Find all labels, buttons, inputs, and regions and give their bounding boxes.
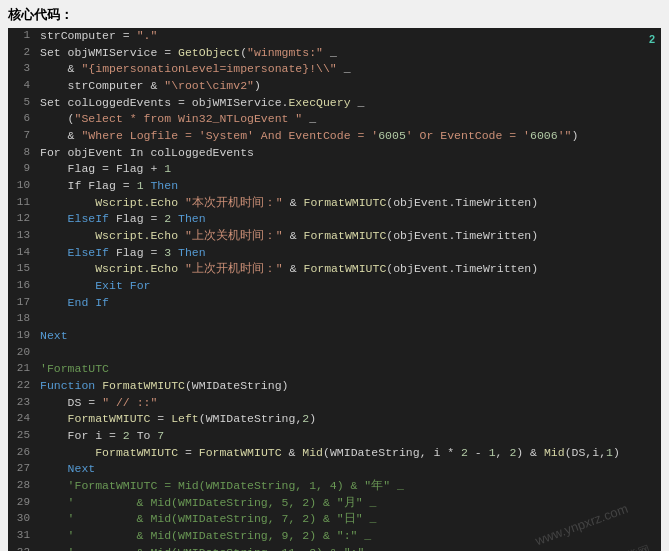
line-number: 25: [8, 428, 36, 445]
line-number: 4: [8, 78, 36, 95]
table-row: 15 Wscript.Echo "上次开机时间：" & FormatWMIUTC…: [8, 261, 661, 278]
code-table: 1strComputer = "."2Set objWMIService = G…: [8, 28, 661, 551]
line-code: Wscript.Echo "上次关机时间：" & FormatWMIUTC(ob…: [36, 228, 661, 245]
line-number: 21: [8, 361, 36, 378]
table-row: 5Set colLoggedEvents = objWMIService.Exe…: [8, 95, 661, 112]
line-code: Wscript.Echo "上次开机时间：" & FormatWMIUTC(ob…: [36, 261, 661, 278]
section-title: 核心代码：: [8, 6, 661, 24]
line-number: 23: [8, 395, 36, 412]
line-code: Next: [36, 461, 661, 478]
line-code: Function FormatWMIUTC(WMIDateString): [36, 378, 661, 395]
line-number: 15: [8, 261, 36, 278]
line-number: 14: [8, 245, 36, 262]
line-code: & "Where Logfile = 'System' And EventCod…: [36, 128, 661, 145]
table-row: 18: [8, 311, 661, 328]
table-row: 22Function FormatWMIUTC(WMIDateString): [8, 378, 661, 395]
table-row: 7 & "Where Logfile = 'System' And EventC…: [8, 128, 661, 145]
line-code: ' & Mid(WMIDateString, 7, 2) & "日" _: [36, 511, 661, 528]
line-code: strComputer & "\root\cimv2"): [36, 78, 661, 95]
table-row: 9 Flag = Flag + 1: [8, 161, 661, 178]
line-code: strComputer = ".": [36, 28, 661, 45]
table-row: 30 ' & Mid(WMIDateString, 7, 2) & "日" _: [8, 511, 661, 528]
line-number: 16: [8, 278, 36, 295]
line-code: Set colLoggedEvents = objWMIService.Exec…: [36, 95, 661, 112]
page-container: 核心代码： 2 www.ynpxrz.com 易货网 www.ynpxrz.co…: [0, 0, 669, 551]
line-code: ' & Mid(WMIDateString, 5, 2) & "月" _: [36, 495, 661, 512]
table-row: 10 If Flag = 1 Then: [8, 178, 661, 195]
line-code: ("Select * from Win32_NTLogEvent " _: [36, 111, 661, 128]
line-code: FormatWMIUTC = Left(WMIDateString,2): [36, 411, 661, 428]
line-code: Next: [36, 328, 661, 345]
line-number: 13: [8, 228, 36, 245]
line-code: [36, 345, 661, 362]
line-code: End If: [36, 295, 661, 312]
line-number: 24: [8, 411, 36, 428]
line-code: 'FormatUTC: [36, 361, 661, 378]
table-row: 1strComputer = ".": [8, 28, 661, 45]
line-number: 28: [8, 478, 36, 495]
line-code: FormatWMIUTC = FormatWMIUTC & Mid(WMIDat…: [36, 445, 661, 462]
table-row: 19Next: [8, 328, 661, 345]
code-block: 2 www.ynpxrz.com 易货网 www.ynpxrz.com 1str…: [8, 28, 661, 551]
line-number: 7: [8, 128, 36, 145]
line-number: 8: [8, 145, 36, 162]
line-number: 19: [8, 328, 36, 345]
line-code: ' & Mid(WMIDateString, 11, 2) & ":" _: [36, 545, 661, 551]
line-number: 12: [8, 211, 36, 228]
line-code: Flag = Flag + 1: [36, 161, 661, 178]
table-row: 4 strComputer & "\root\cimv2"): [8, 78, 661, 95]
table-row: 20: [8, 345, 661, 362]
table-row: 3 & "{impersonationLevel=impersonate}!\\…: [8, 61, 661, 78]
line-number: 32: [8, 545, 36, 551]
table-row: 6 ("Select * from Win32_NTLogEvent " _: [8, 111, 661, 128]
table-row: 25 For i = 2 To 7: [8, 428, 661, 445]
line-code: ' & Mid(WMIDateString, 9, 2) & ":" _: [36, 528, 661, 545]
table-row: 2Set objWMIService = GetObject("winmgmts…: [8, 45, 661, 62]
line-number: 18: [8, 311, 36, 328]
line-code: For objEvent In colLoggedEvents: [36, 145, 661, 162]
line-number: 3: [8, 61, 36, 78]
line-code: Exit For: [36, 278, 661, 295]
line-number: 27: [8, 461, 36, 478]
table-row: 14 ElseIf Flag = 3 Then: [8, 245, 661, 262]
line-code: Wscript.Echo "本次开机时间：" & FormatWMIUTC(ob…: [36, 195, 661, 212]
line-number: 22: [8, 378, 36, 395]
table-row: 32 ' & Mid(WMIDateString, 11, 2) & ":" _: [8, 545, 661, 551]
line-code: If Flag = 1 Then: [36, 178, 661, 195]
line-number: 30: [8, 511, 36, 528]
line-number: 1: [8, 28, 36, 45]
line-code: Set objWMIService = GetObject("winmgmts:…: [36, 45, 661, 62]
line-number: 5: [8, 95, 36, 112]
line-number: 10: [8, 178, 36, 195]
line-code: [36, 311, 661, 328]
line-number: 6: [8, 111, 36, 128]
table-row: 26 FormatWMIUTC = FormatWMIUTC & Mid(WMI…: [8, 445, 661, 462]
watermark-top: 2: [649, 32, 655, 48]
line-code: 'FormatWMIUTC = Mid(WMIDateString, 1, 4)…: [36, 478, 661, 495]
table-row: 16 Exit For: [8, 278, 661, 295]
table-row: 8For objEvent In colLoggedEvents: [8, 145, 661, 162]
table-row: 17 End If: [8, 295, 661, 312]
table-row: 11 Wscript.Echo "本次开机时间：" & FormatWMIUTC…: [8, 195, 661, 212]
line-number: 26: [8, 445, 36, 462]
line-number: 2: [8, 45, 36, 62]
line-code: For i = 2 To 7: [36, 428, 661, 445]
line-number: 9: [8, 161, 36, 178]
line-number: 17: [8, 295, 36, 312]
table-row: 13 Wscript.Echo "上次关机时间：" & FormatWMIUTC…: [8, 228, 661, 245]
table-row: 24 FormatWMIUTC = Left(WMIDateString,2): [8, 411, 661, 428]
table-row: 12 ElseIf Flag = 2 Then: [8, 211, 661, 228]
table-row: 21'FormatUTC: [8, 361, 661, 378]
line-code: ElseIf Flag = 2 Then: [36, 211, 661, 228]
line-number: 29: [8, 495, 36, 512]
line-number: 20: [8, 345, 36, 362]
line-code: DS = " // ::": [36, 395, 661, 412]
line-code: & "{impersonationLevel=impersonate}!\\" …: [36, 61, 661, 78]
table-row: 23 DS = " // ::": [8, 395, 661, 412]
table-row: 29 ' & Mid(WMIDateString, 5, 2) & "月" _: [8, 495, 661, 512]
table-row: 31 ' & Mid(WMIDateString, 9, 2) & ":" _: [8, 528, 661, 545]
table-row: 27 Next: [8, 461, 661, 478]
line-number: 31: [8, 528, 36, 545]
line-number: 11: [8, 195, 36, 212]
line-code: ElseIf Flag = 3 Then: [36, 245, 661, 262]
